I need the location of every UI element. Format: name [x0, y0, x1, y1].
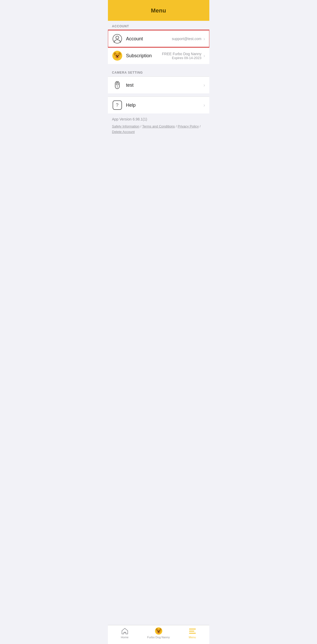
app-version: App Version 6.98.1(1) [112, 117, 205, 121]
subscription-chevron: › [204, 53, 205, 59]
subscription-expiry: Expires 09-14-2023 [172, 56, 201, 60]
svg-point-13 [117, 87, 118, 88]
camera-device-icon [112, 80, 122, 90]
help-chevron: › [204, 103, 205, 108]
camera-section-label: CAMERA SETTING [108, 67, 209, 76]
account-item-title: Account [126, 36, 172, 42]
help-menu-item[interactable]: ? Help › [108, 97, 209, 113]
safety-info-link[interactable]: Safety Information [112, 124, 140, 128]
sep-3: / [200, 124, 201, 128]
sep-1: / [140, 124, 142, 128]
camera-menu-item[interactable]: test › [108, 76, 209, 93]
svg-point-11 [116, 83, 118, 85]
app-info-section: App Version 6.98.1(1) Safety Information… [108, 113, 209, 136]
svg-point-6 [116, 55, 117, 56]
account-menu-item[interactable]: Account support@test.com › [108, 30, 209, 47]
subscription-item-content: Subscription [126, 53, 162, 59]
page-header: Menu [108, 0, 209, 21]
camera-item-content: test [126, 82, 202, 88]
subscription-item-title: Subscription [126, 53, 162, 59]
account-email: support@test.com [172, 37, 202, 41]
delete-account-link[interactable]: Delete Account [112, 130, 135, 134]
svg-point-9 [117, 57, 118, 58]
user-icon [112, 34, 122, 44]
svg-point-7 [118, 55, 119, 56]
privacy-link[interactable]: Privacy Policy [178, 124, 199, 128]
footer-links: Safety Information / Terms and Condition… [112, 124, 205, 135]
account-item-content: Account [126, 36, 172, 42]
camera-chevron: › [204, 82, 205, 88]
section-separator-2 [108, 93, 209, 97]
account-item-right: support@test.com [172, 37, 202, 41]
camera-item-title: test [126, 82, 202, 88]
svg-point-1 [116, 36, 119, 39]
terms-link[interactable]: Terms and Conditions [142, 124, 175, 128]
account-chevron: › [204, 36, 205, 42]
svg-point-12 [117, 86, 118, 87]
dog-nanny-icon [112, 50, 122, 61]
main-content: ACCOUNT Account support@test.com › [108, 21, 209, 220]
section-separator-1 [108, 64, 209, 67]
subscription-value: FREE Furbo Dog Nanny [162, 52, 202, 56]
page-title: Menu [151, 7, 166, 14]
help-item-content: Help [126, 103, 202, 108]
svg-rect-14 [116, 81, 118, 82]
subscription-item-right: FREE Furbo Dog Nanny Expires 09-14-2023 [162, 52, 202, 60]
help-item-title: Help [126, 103, 202, 108]
help-icon: ? [112, 100, 122, 110]
svg-point-8 [117, 56, 118, 57]
account-section-label: ACCOUNT [108, 21, 209, 30]
subscription-menu-item[interactable]: Subscription FREE Furbo Dog Nanny Expire… [108, 47, 209, 64]
